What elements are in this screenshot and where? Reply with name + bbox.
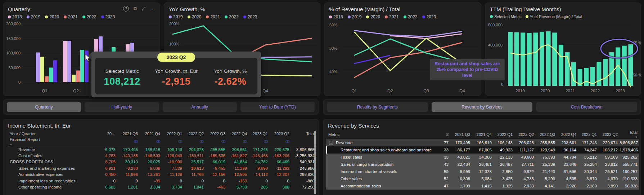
income-column-header[interactable]: 2022 Q1 [162, 130, 184, 137]
tooltip-yoy-pct-value: -2.62% [203, 76, 257, 87]
link-icon[interactable] [200, 140, 204, 143]
income-row-label: Other operating income [8, 184, 90, 191]
income-row[interactable]: Impairment loss on receivables00-99000-1… [8, 178, 316, 184]
income-row[interactable]: Revenue6,078170,495166,618106,143206,028… [8, 146, 316, 153]
income-group-label[interactable]: Financial Report▲ [8, 137, 90, 146]
income-cell: 6,078 [90, 146, 117, 153]
income-cell: 30,310 [117, 159, 140, 165]
bar-2023-Q1[interactable] [53, 60, 57, 82]
services-cell: 111,127 [514, 146, 536, 154]
ttm-bar[interactable] [546, 31, 551, 86]
services-row-item[interactable]: Sales of cargo transportation4322,48426,… [326, 161, 639, 168]
services-row-item[interactable]: Ticket sales3343,82134,30622,13349,60075… [326, 154, 639, 161]
bar-2021-Q1[interactable] [45, 76, 49, 82]
services-cell: 120,949 [536, 146, 557, 154]
ttm-bar[interactable] [514, 32, 519, 86]
services-row-item[interactable]: Other sales526,3085,0843,4254,7358,2934,… [326, 175, 639, 182]
revenue-margin-line-chart[interactable]: 60%50%40%Q1Q2Q3Q4 [324, 3, 482, 96]
view-filter-button[interactable]: Cost Breakdown [536, 102, 637, 112]
income-column-header[interactable]: 2023 Q1 [249, 130, 270, 137]
services-cell: 555,771 [620, 161, 639, 168]
income-column-header[interactable]: 2021 Q4 [140, 130, 162, 137]
link-icon[interactable] [264, 140, 268, 143]
view-filter-button[interactable]: Results by Segments [327, 102, 428, 112]
ttm-bar[interactable] [584, 68, 589, 86]
services-cell: 22,484 [450, 161, 472, 168]
services-row-parent[interactable]: −Revenue77170,495166,619106,143206,02825… [326, 139, 639, 146]
ttm-combo-chart[interactable]: 600,000400,000055 %50 %20192020202120222… [485, 3, 641, 96]
ttm-bar[interactable] [521, 32, 525, 86]
services-column-header[interactable]: 2023 Q2 [599, 130, 620, 139]
income-column-header[interactable]: Total [291, 130, 316, 137]
bar-2020-Q1[interactable] [40, 57, 44, 82]
income-row[interactable]: Administrative expenses0,450-11,866-13,3… [8, 172, 316, 178]
bar-2018-Q2[interactable] [63, 41, 67, 82]
link-icon[interactable] [178, 140, 182, 143]
period-filter-button[interactable]: Half-yearly [85, 102, 159, 112]
bar-2020-Q2[interactable] [72, 75, 76, 82]
period-filter-button[interactable]: Quarterly [7, 102, 81, 112]
services-cell: 110,333 [620, 175, 639, 182]
collapse-icon[interactable]: − [329, 141, 333, 145]
period-filter-button[interactable]: Annually [163, 102, 237, 112]
bar-2021-Q2[interactable] [76, 71, 80, 82]
link-icon[interactable] [134, 140, 138, 143]
services-column-header[interactable]: 2021 Q4 [472, 130, 494, 139]
ttm-bar[interactable] [527, 33, 532, 86]
income-column-header[interactable]: 2023 Q2 [270, 130, 291, 137]
ttm-bar[interactable] [559, 45, 563, 86]
income-row[interactable]: Cost of sales4,783-140,185-146,593-126,0… [8, 152, 316, 159]
services-cell: 86,177 [450, 146, 472, 154]
sort-desc-icon[interactable]: ▼ [635, 136, 638, 138]
bar-2019-Q2[interactable] [67, 41, 71, 82]
ttm-bar[interactable] [508, 32, 513, 86]
income-column-header[interactable]: 2021 Q3 [117, 130, 140, 137]
services-column-header[interactable]: 2022 Q1 [494, 130, 514, 139]
income-row[interactable]: Sales and marketing expenses6,921-8,260-… [8, 165, 316, 172]
services-cell: 33 [434, 154, 450, 161]
income-cell: 206,028 [184, 146, 206, 153]
income-row-label: Sales and marketing expenses [8, 165, 90, 172]
ttm-bar[interactable] [628, 44, 633, 86]
link-icon[interactable] [156, 140, 160, 143]
ttm-bar[interactable] [622, 46, 627, 86]
income-row[interactable]: Other operating income6,6831,2813,3343,7… [8, 184, 316, 191]
services-column-header[interactable]: 2 [434, 130, 450, 139]
link-icon[interactable] [285, 140, 289, 143]
services-column-header[interactable]: 2023 Q1 [578, 130, 599, 139]
income-row[interactable]: GROSS PROFIT/LOSS8,70530,31020,025-19,90… [8, 159, 316, 165]
line-2023[interactable] [354, 56, 390, 64]
services-column-header[interactable]: Total▼ [620, 130, 639, 139]
income-table-scrollbar[interactable] [314, 131, 316, 194]
income-cell: 0,450 [90, 172, 117, 178]
services-cell: 27,711 [514, 161, 536, 168]
period-filter-button[interactable]: Year to Date (YTD) [240, 102, 315, 112]
services-row-item[interactable]: Income from charter of vessels599,99612,… [326, 168, 639, 175]
services-column-header[interactable]: 2022 Q3 [536, 130, 557, 139]
income-cell: 170,495 [117, 146, 140, 153]
sort-asc-icon[interactable]: ▲ [10, 143, 12, 146]
bar-2022-Q2[interactable] [80, 50, 84, 82]
ttm-bar[interactable] [552, 32, 557, 86]
income-column-header[interactable]: 2022 Q3 [206, 130, 227, 137]
income-column-header[interactable]: 20… [90, 130, 117, 137]
services-row-item[interactable]: Restaurant and shop sales on-board and o… [326, 146, 639, 154]
income-table-title: Income Statement, th. Eur [8, 123, 71, 129]
bar-2019-Q1[interactable] [36, 52, 40, 82]
link-icon[interactable] [243, 140, 247, 143]
income-cell: -11,766 [184, 172, 206, 178]
services-column-header[interactable]: 2021 Q3 [450, 130, 472, 139]
ttm-bar[interactable] [533, 32, 538, 86]
ttm-bar[interactable] [540, 32, 544, 86]
ttm-bar[interactable] [596, 62, 601, 86]
ttm-bar[interactable] [603, 59, 608, 86]
income-column-header[interactable]: 2022 Q2 [184, 130, 206, 137]
link-icon[interactable] [221, 140, 225, 143]
income-column-header[interactable]: 2022 Q4 [227, 130, 249, 137]
services-cell: 1,415 [472, 182, 494, 190]
bar-2022-Q1[interactable] [49, 68, 53, 83]
services-column-header[interactable]: 2022 Q4 [557, 130, 578, 139]
view-filter-button[interactable]: Revenue by Services [432, 102, 533, 112]
services-column-header[interactable]: 2022 Q2 [514, 130, 536, 139]
services-row-item[interactable]: Accommodation sales471,7091,4151,3252,93… [326, 182, 639, 190]
